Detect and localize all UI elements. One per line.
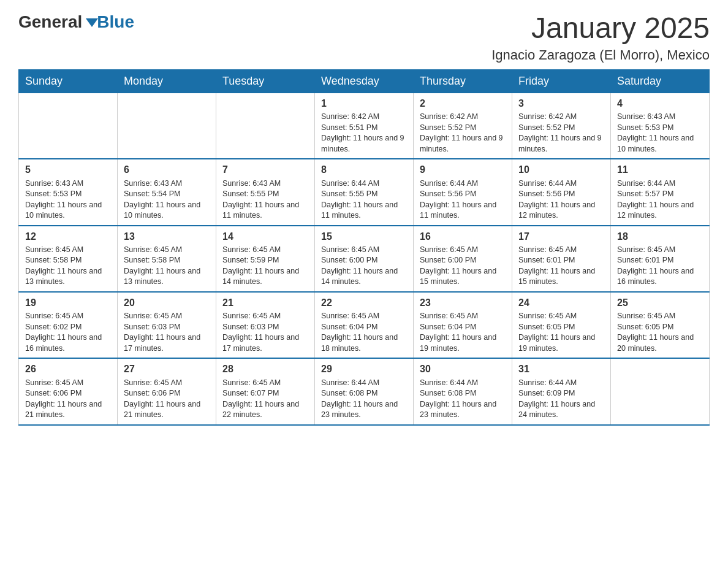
calendar-title: January 2025 <box>491 12 710 45</box>
day-number: 30 <box>420 362 506 376</box>
calendar-cell: 14Sunrise: 6:45 AMSunset: 5:59 PMDayligh… <box>216 226 315 292</box>
calendar-cell: 8Sunrise: 6:44 AMSunset: 5:55 PMDaylight… <box>315 159 414 225</box>
day-number: 25 <box>617 296 703 310</box>
day-number: 19 <box>25 296 111 310</box>
day-number: 9 <box>420 163 506 177</box>
week-row-2: 5Sunrise: 6:43 AMSunset: 5:53 PMDaylight… <box>19 159 710 225</box>
day-number: 26 <box>25 362 111 376</box>
day-info: Sunrise: 6:44 AMSunset: 6:08 PMDaylight:… <box>321 378 407 421</box>
calendar-cell <box>19 93 118 159</box>
day-info: Sunrise: 6:45 AMSunset: 5:59 PMDaylight:… <box>222 245 308 288</box>
day-number: 29 <box>321 362 407 376</box>
day-number: 22 <box>321 296 407 310</box>
calendar-cell: 9Sunrise: 6:44 AMSunset: 5:56 PMDaylight… <box>414 159 512 225</box>
day-number: 20 <box>124 296 210 310</box>
svg-marker-0 <box>86 18 98 27</box>
day-info: Sunrise: 6:43 AMSunset: 5:53 PMDaylight:… <box>617 112 703 155</box>
header-friday: Friday <box>512 69 611 93</box>
day-number: 4 <box>617 97 703 110</box>
day-number: 7 <box>222 163 308 177</box>
calendar-cell: 6Sunrise: 6:43 AMSunset: 5:54 PMDaylight… <box>118 159 216 225</box>
calendar-cell: 12Sunrise: 6:45 AMSunset: 5:58 PMDayligh… <box>19 226 118 292</box>
day-number: 15 <box>321 230 407 243</box>
calendar-cell: 28Sunrise: 6:45 AMSunset: 6:07 PMDayligh… <box>216 358 315 424</box>
day-info: Sunrise: 6:45 AMSunset: 6:07 PMDaylight:… <box>222 378 308 421</box>
day-info: Sunrise: 6:44 AMSunset: 5:56 PMDaylight:… <box>518 178 604 221</box>
week-row-1: 1Sunrise: 6:42 AMSunset: 5:51 PMDaylight… <box>19 93 710 159</box>
day-number: 31 <box>518 362 604 376</box>
calendar-cell: 13Sunrise: 6:45 AMSunset: 5:58 PMDayligh… <box>118 226 216 292</box>
day-info: Sunrise: 6:45 AMSunset: 6:00 PMDaylight:… <box>321 245 407 288</box>
day-number: 17 <box>518 230 604 243</box>
calendar-cell: 15Sunrise: 6:45 AMSunset: 6:00 PMDayligh… <box>315 226 414 292</box>
day-info: Sunrise: 6:44 AMSunset: 5:57 PMDaylight:… <box>617 178 703 221</box>
logo: General Blue <box>18 12 134 32</box>
day-info: Sunrise: 6:44 AMSunset: 5:55 PMDaylight:… <box>321 178 407 221</box>
day-info: Sunrise: 6:45 AMSunset: 6:02 PMDaylight:… <box>25 311 111 354</box>
day-info: Sunrise: 6:45 AMSunset: 6:04 PMDaylight:… <box>321 311 407 354</box>
header-monday: Monday <box>118 69 216 93</box>
calendar-cell: 7Sunrise: 6:43 AMSunset: 5:55 PMDaylight… <box>216 159 315 225</box>
day-info: Sunrise: 6:44 AMSunset: 6:09 PMDaylight:… <box>518 378 604 421</box>
day-info: Sunrise: 6:43 AMSunset: 5:54 PMDaylight:… <box>124 178 210 221</box>
day-info: Sunrise: 6:44 AMSunset: 6:08 PMDaylight:… <box>420 378 506 421</box>
calendar-table: SundayMondayTuesdayWednesdayThursdayFrid… <box>18 69 710 426</box>
week-row-5: 26Sunrise: 6:45 AMSunset: 6:06 PMDayligh… <box>19 358 710 424</box>
calendar-cell: 10Sunrise: 6:44 AMSunset: 5:56 PMDayligh… <box>512 159 611 225</box>
day-number: 14 <box>222 230 308 243</box>
day-number: 3 <box>518 97 604 110</box>
calendar-cell <box>216 93 315 159</box>
calendar-cell: 3Sunrise: 6:42 AMSunset: 5:52 PMDaylight… <box>512 93 611 159</box>
day-number: 23 <box>420 296 506 310</box>
calendar-cell: 5Sunrise: 6:43 AMSunset: 5:53 PMDaylight… <box>19 159 118 225</box>
calendar-cell: 19Sunrise: 6:45 AMSunset: 6:02 PMDayligh… <box>19 292 118 358</box>
calendar-cell: 1Sunrise: 6:42 AMSunset: 5:51 PMDaylight… <box>315 93 414 159</box>
calendar-cell: 18Sunrise: 6:45 AMSunset: 6:01 PMDayligh… <box>611 226 710 292</box>
day-info: Sunrise: 6:43 AMSunset: 5:55 PMDaylight:… <box>222 178 308 221</box>
calendar-cell: 25Sunrise: 6:45 AMSunset: 6:05 PMDayligh… <box>611 292 710 358</box>
header-wednesday: Wednesday <box>315 69 414 93</box>
day-info: Sunrise: 6:45 AMSunset: 6:04 PMDaylight:… <box>420 311 506 354</box>
logo-text-blue: Blue <box>97 12 134 31</box>
calendar-cell: 17Sunrise: 6:45 AMSunset: 6:01 PMDayligh… <box>512 226 611 292</box>
day-number: 27 <box>124 362 210 376</box>
day-info: Sunrise: 6:44 AMSunset: 5:56 PMDaylight:… <box>420 178 506 221</box>
calendar-cell: 20Sunrise: 6:45 AMSunset: 6:03 PMDayligh… <box>118 292 216 358</box>
calendar-cell: 16Sunrise: 6:45 AMSunset: 6:00 PMDayligh… <box>414 226 512 292</box>
header-row: SundayMondayTuesdayWednesdayThursdayFrid… <box>19 69 710 93</box>
header: General Blue January 2025 Ignacio Zarago… <box>18 12 710 63</box>
day-info: Sunrise: 6:45 AMSunset: 6:06 PMDaylight:… <box>124 378 210 421</box>
calendar-cell <box>118 93 216 159</box>
day-number: 13 <box>124 230 210 243</box>
calendar-cell: 4Sunrise: 6:43 AMSunset: 5:53 PMDaylight… <box>611 93 710 159</box>
day-number: 12 <box>25 230 111 243</box>
day-info: Sunrise: 6:45 AMSunset: 5:58 PMDaylight:… <box>124 245 210 288</box>
calendar-cell: 30Sunrise: 6:44 AMSunset: 6:08 PMDayligh… <box>414 358 512 424</box>
header-saturday: Saturday <box>611 69 710 93</box>
day-info: Sunrise: 6:42 AMSunset: 5:52 PMDaylight:… <box>518 112 604 155</box>
calendar-cell: 21Sunrise: 6:45 AMSunset: 6:03 PMDayligh… <box>216 292 315 358</box>
day-info: Sunrise: 6:45 AMSunset: 6:01 PMDaylight:… <box>518 245 604 288</box>
calendar-cell: 11Sunrise: 6:44 AMSunset: 5:57 PMDayligh… <box>611 159 710 225</box>
calendar-header: SundayMondayTuesdayWednesdayThursdayFrid… <box>19 69 710 93</box>
calendar-cell: 24Sunrise: 6:45 AMSunset: 6:05 PMDayligh… <box>512 292 611 358</box>
day-info: Sunrise: 6:45 AMSunset: 6:03 PMDaylight:… <box>124 311 210 354</box>
day-number: 2 <box>420 97 506 110</box>
day-info: Sunrise: 6:42 AMSunset: 5:51 PMDaylight:… <box>321 112 407 155</box>
day-info: Sunrise: 6:45 AMSunset: 6:05 PMDaylight:… <box>518 311 604 354</box>
calendar-cell: 27Sunrise: 6:45 AMSunset: 6:06 PMDayligh… <box>118 358 216 424</box>
calendar-cell: 29Sunrise: 6:44 AMSunset: 6:08 PMDayligh… <box>315 358 414 424</box>
day-number: 11 <box>617 163 703 177</box>
day-number: 28 <box>222 362 308 376</box>
header-sunday: Sunday <box>19 69 118 93</box>
day-number: 5 <box>25 163 111 177</box>
day-info: Sunrise: 6:45 AMSunset: 5:58 PMDaylight:… <box>25 245 111 288</box>
title-area: January 2025 Ignacio Zaragoza (El Morro)… <box>491 12 710 63</box>
calendar-cell <box>611 358 710 424</box>
calendar-cell: 2Sunrise: 6:42 AMSunset: 5:52 PMDaylight… <box>414 93 512 159</box>
day-info: Sunrise: 6:45 AMSunset: 6:01 PMDaylight:… <box>617 245 703 288</box>
day-number: 18 <box>617 230 703 243</box>
day-number: 24 <box>518 296 604 310</box>
calendar-cell: 31Sunrise: 6:44 AMSunset: 6:09 PMDayligh… <box>512 358 611 424</box>
week-row-4: 19Sunrise: 6:45 AMSunset: 6:02 PMDayligh… <box>19 292 710 358</box>
